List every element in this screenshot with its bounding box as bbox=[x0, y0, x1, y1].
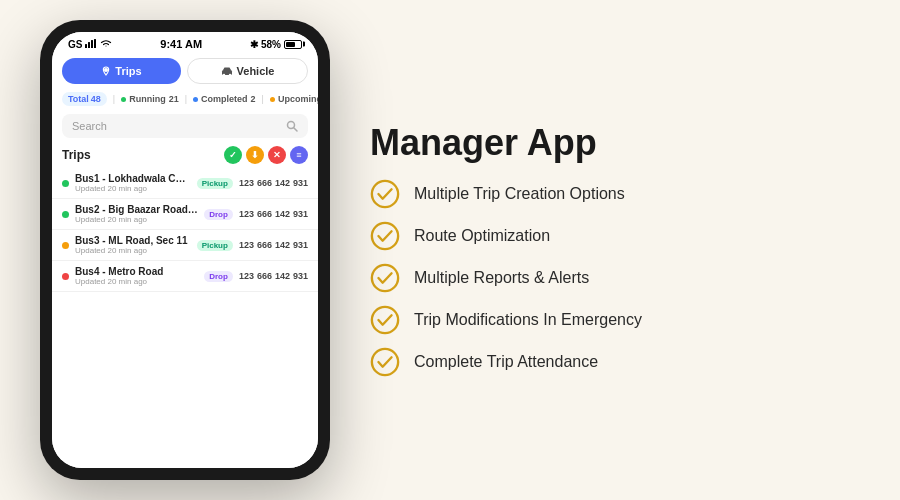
phone-body: GS 9:41 AM ✱ 58% bbox=[40, 20, 330, 480]
completed-dot bbox=[193, 97, 198, 102]
filter-red-icon[interactable]: ✕ bbox=[268, 146, 286, 164]
phone-mockup: GS 9:41 AM ✱ 58% bbox=[40, 20, 330, 480]
feature-item: Trip Modifications In Emergency bbox=[370, 305, 860, 335]
trip-name: Bus3 - ML Road, Sec 11 bbox=[75, 235, 191, 246]
trip-list: Bus1 - Lokhadwala Complex... Updated 20 … bbox=[52, 168, 318, 468]
running-label: Running bbox=[129, 94, 166, 104]
trip-item[interactable]: Bus3 - ML Road, Sec 11 Updated 20 min ag… bbox=[52, 230, 318, 261]
feature-text: Complete Trip Attendance bbox=[414, 353, 598, 371]
trip-info: Bus4 - Metro Road Updated 20 min ago bbox=[75, 266, 198, 286]
features-list: Multiple Trip Creation Options Route Opt… bbox=[370, 179, 860, 377]
list-title: Trips bbox=[62, 148, 91, 162]
trip-info: Bus1 - Lokhadwala Complex... Updated 20 … bbox=[75, 173, 191, 193]
svg-point-14 bbox=[372, 349, 398, 375]
page-title: Manager App bbox=[370, 123, 860, 163]
svg-point-10 bbox=[372, 181, 398, 207]
total-label: Total bbox=[68, 94, 89, 104]
feature-text: Trip Modifications In Emergency bbox=[414, 311, 642, 329]
check-icon bbox=[370, 179, 400, 209]
phone-screen: GS 9:41 AM ✱ 58% bbox=[52, 32, 318, 468]
trip-name: Bus1 - Lokhadwala Complex... bbox=[75, 173, 191, 184]
trip-updated: Updated 20 min ago bbox=[75, 277, 198, 286]
svg-rect-0 bbox=[85, 44, 87, 48]
trip-num: 931 bbox=[293, 209, 308, 219]
svg-point-13 bbox=[372, 307, 398, 333]
trip-num: 931 bbox=[293, 178, 308, 188]
trip-updated: Updated 20 min ago bbox=[75, 246, 191, 255]
total-value: 48 bbox=[91, 94, 101, 104]
app-tabs: Trips Vehicle bbox=[52, 54, 318, 88]
feature-text: Multiple Trip Creation Options bbox=[414, 185, 625, 203]
main-container: GS 9:41 AM ✱ 58% bbox=[0, 0, 900, 500]
svg-point-4 bbox=[104, 68, 108, 72]
filter-green-icon[interactable]: ✓ bbox=[224, 146, 242, 164]
trip-nums: 123666142931 bbox=[239, 209, 308, 219]
trip-tag: Pickup bbox=[197, 178, 233, 189]
svg-rect-3 bbox=[94, 39, 96, 48]
trip-num: 123 bbox=[239, 240, 254, 250]
svg-point-12 bbox=[372, 265, 398, 291]
feature-item: Complete Trip Attendance bbox=[370, 347, 860, 377]
trip-item[interactable]: Bus2 - Big Baazar Road, Ol... Updated 20… bbox=[52, 199, 318, 230]
check-icon bbox=[370, 347, 400, 377]
vehicle-tab[interactable]: Vehicle bbox=[187, 58, 308, 84]
trip-info: Bus2 - Big Baazar Road, Ol... Updated 20… bbox=[75, 204, 198, 224]
trip-name: Bus4 - Metro Road bbox=[75, 266, 198, 277]
trip-updated: Updated 20 min ago bbox=[75, 215, 198, 224]
upcoming-dot bbox=[270, 97, 275, 102]
status-carrier: GS bbox=[68, 39, 112, 50]
trip-num: 931 bbox=[293, 240, 308, 250]
feature-text: Route Optimization bbox=[414, 227, 550, 245]
trip-num: 123 bbox=[239, 209, 254, 219]
check-icon bbox=[370, 263, 400, 293]
running-dot bbox=[121, 97, 126, 102]
filter-yellow-icon[interactable]: ⬇ bbox=[246, 146, 264, 164]
trip-item[interactable]: Bus4 - Metro Road Updated 20 min ago Dro… bbox=[52, 261, 318, 292]
carrier-text: GS bbox=[68, 39, 82, 50]
right-content: Manager App Multiple Trip Creation Optio… bbox=[370, 123, 860, 377]
trip-status-dot bbox=[62, 242, 69, 249]
filter-purple-icon[interactable]: ≡ bbox=[290, 146, 308, 164]
trip-num: 142 bbox=[275, 240, 290, 250]
trip-item[interactable]: Bus1 - Lokhadwala Complex... Updated 20 … bbox=[52, 168, 318, 199]
stats-row: Total 48 | Running 21 | Completed 2 bbox=[52, 88, 318, 110]
trip-num: 666 bbox=[257, 209, 272, 219]
trip-updated: Updated 20 min ago bbox=[75, 184, 191, 193]
upcoming-label: Upcoming bbox=[278, 94, 318, 104]
check-icon bbox=[370, 221, 400, 251]
trip-status-dot bbox=[62, 273, 69, 280]
feature-item: Multiple Trip Creation Options bbox=[370, 179, 860, 209]
completed-label: Completed bbox=[201, 94, 248, 104]
trip-num: 142 bbox=[275, 209, 290, 219]
svg-rect-1 bbox=[88, 42, 90, 48]
search-icon bbox=[286, 120, 298, 132]
svg-line-9 bbox=[294, 128, 298, 132]
trip-num: 123 bbox=[239, 271, 254, 281]
search-bar[interactable]: Search bbox=[62, 114, 308, 138]
running-value: 21 bbox=[169, 94, 179, 104]
status-time: 9:41 AM bbox=[160, 38, 202, 50]
search-placeholder: Search bbox=[72, 120, 280, 132]
trips-tab-label: Trips bbox=[115, 65, 141, 77]
trip-tag: Drop bbox=[204, 209, 233, 220]
list-action-icons: ✓ ⬇ ✕ ≡ bbox=[224, 146, 308, 164]
feature-item: Route Optimization bbox=[370, 221, 860, 251]
trip-nums: 123666142931 bbox=[239, 240, 308, 250]
trip-num: 123 bbox=[239, 178, 254, 188]
trips-tab[interactable]: Trips bbox=[62, 58, 181, 84]
trip-tag: Pickup bbox=[197, 240, 233, 251]
trip-num: 142 bbox=[275, 271, 290, 281]
bluetooth-icon: ✱ bbox=[250, 39, 258, 50]
svg-rect-2 bbox=[91, 40, 93, 48]
trip-nums: 123666142931 bbox=[239, 178, 308, 188]
trip-num: 666 bbox=[257, 240, 272, 250]
trip-num: 931 bbox=[293, 271, 308, 281]
status-bar: GS 9:41 AM ✱ 58% bbox=[52, 32, 318, 54]
trip-status-dot bbox=[62, 180, 69, 187]
list-header: Trips ✓ ⬇ ✕ ≡ bbox=[52, 142, 318, 168]
trip-name: Bus2 - Big Baazar Road, Ol... bbox=[75, 204, 198, 215]
trip-num: 142 bbox=[275, 178, 290, 188]
trip-tag: Drop bbox=[204, 271, 233, 282]
vehicle-tab-label: Vehicle bbox=[237, 65, 275, 77]
running-stat: Running 21 bbox=[121, 94, 179, 104]
